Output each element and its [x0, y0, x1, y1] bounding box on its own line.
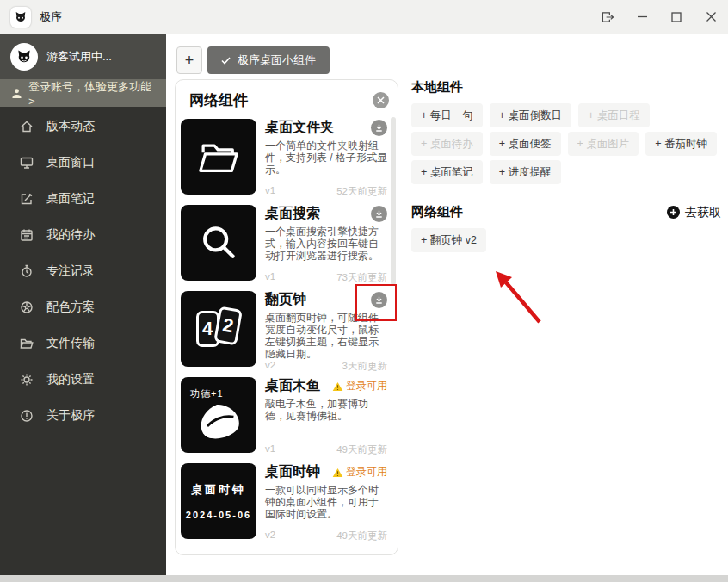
chip-desktop-sticky[interactable]: + 桌面便签	[490, 132, 561, 156]
app-window: 极序 游客试用中... 登录账	[0, 0, 728, 582]
folder-icon	[19, 337, 34, 350]
sidebar-item-about[interactable]: 关于极序	[0, 398, 166, 434]
clock-tile-icon: 桌面时钟 2024-05-06	[181, 463, 256, 539]
card-title: 桌面时钟	[265, 463, 320, 481]
sidebar-item-focus-records[interactable]: 专注记录	[0, 253, 166, 289]
user-name: 游客试用中...	[46, 49, 112, 65]
sidebar-item-color-scheme[interactable]: 配色方案	[0, 289, 166, 325]
panel-close-icon[interactable]	[373, 92, 389, 108]
chip-desktop-image[interactable]: + 桌面图片	[568, 132, 639, 156]
card-updated: 49天前更新	[336, 529, 387, 542]
download-button[interactable]	[371, 206, 387, 222]
warning-icon	[332, 467, 343, 478]
card-description: 敲电子木鱼，加赛博功德，见赛博佛祖。	[265, 398, 387, 422]
card-version: v1	[265, 443, 275, 456]
login-text: 登录账号，体验更多功能 >	[28, 79, 155, 108]
card-title: 桌面搜索	[265, 205, 320, 223]
card-updated: 52天前更新	[336, 185, 387, 198]
card-title: 桌面文件夹	[265, 119, 334, 137]
plus-circle-icon	[667, 206, 680, 219]
home-icon	[19, 120, 34, 133]
sidebar-item-desktop-window[interactable]: 桌面窗口	[0, 145, 166, 181]
card-description: 一款可以同时显示多个时钟的桌面小组件，可用于国际时间设置。	[265, 484, 387, 520]
merit-label: 功德+1	[190, 387, 224, 400]
download-button[interactable]	[371, 120, 387, 136]
sidebar-item-version-news[interactable]: 版本动态	[0, 108, 166, 145]
network-components-title: 网络组件	[411, 204, 463, 220]
card-description: 桌面翻页时钟，可随组件宽度自动变化尺寸，鼠标左键切换主题，右键显示隐藏日期。	[265, 312, 387, 360]
right-panel: 本地组件 + 每日一句 + 桌面倒数日 + 桌面日程 + 桌面待办 + 桌面便签…	[411, 79, 721, 252]
card-title: 桌面木鱼	[265, 377, 320, 395]
card-version: v1	[265, 185, 275, 198]
calendar-icon	[19, 228, 34, 242]
sidebar-item-my-todo[interactable]: 我的待办	[0, 217, 166, 253]
card-updated: 49天前更新	[336, 443, 387, 456]
window-title: 极序	[40, 9, 62, 25]
close-button[interactable]	[694, 0, 728, 34]
tabbar: + 极序桌面小组件	[166, 34, 728, 76]
clock-tile-date: 2024-05-06	[186, 510, 251, 520]
login-required-badge: 登录可用	[332, 379, 387, 393]
network-components-section: 网络组件 去获取 + 翻页钟 v2	[411, 204, 721, 252]
folder-tile-icon	[181, 119, 256, 195]
card-title: 翻页钟	[265, 291, 306, 309]
card-wooden-fish: 功德+1 桌面木鱼 登录可用 敲电子木鱼，加赛博功德，见赛博佛祖。	[181, 377, 387, 456]
card-version: v2	[265, 360, 275, 373]
card-updated: 3天前更新	[342, 360, 387, 373]
sidebar-nav: 版本动态 桌面窗口 桌面笔记 我的待办 专注记录 配色方案	[0, 107, 166, 434]
sidebar-item-file-transfer[interactable]: 文件传输	[0, 325, 166, 362]
card-desktop-clock: 桌面时钟 2024-05-06 桌面时钟 登录可用 一款可以同时显示多个	[181, 463, 387, 542]
gear-icon	[19, 373, 34, 387]
warning-icon	[332, 381, 343, 392]
sidebar-item-desktop-notes[interactable]: 桌面笔记	[0, 181, 166, 217]
window-bottom-edge	[0, 575, 728, 582]
main-area: + 极序桌面小组件 网络组件	[166, 34, 728, 575]
panel-scrollbar[interactable]	[391, 117, 396, 285]
chip-desktop-todo[interactable]: + 桌面待办	[411, 132, 483, 156]
card-desktop-search: 桌面搜索 一个桌面搜索引擎快捷方式，输入内容按回车键自动打开浏览器进行搜索。 v…	[181, 205, 387, 284]
get-more-label: 去获取	[685, 205, 721, 220]
maximize-button[interactable]	[659, 0, 694, 34]
login-banner[interactable]: 登录账号，体验更多功能 >	[0, 79, 166, 107]
sidebar-item-my-settings[interactable]: 我的设置	[0, 362, 166, 398]
card-flip-clock: 4 2 翻页钟 桌面翻页时钟，可随组件宽度自动变化尺寸，鼠标左键切换主题，右键显…	[181, 291, 387, 370]
app-logo-icon	[10, 7, 31, 28]
network-chips: + 翻页钟 v2	[411, 228, 721, 252]
chip-flip-clock-v2[interactable]: + 翻页钟 v2	[411, 228, 486, 252]
clock-tile-title: 桌面时钟	[186, 482, 251, 498]
local-chips: + 每日一句 + 桌面倒数日 + 桌面日程 + 桌面待办 + 桌面便签 + 桌面…	[411, 103, 721, 184]
stopwatch-icon	[19, 264, 34, 278]
monitor-icon	[19, 156, 34, 170]
network-components-panel: 网络组件 桌面文件夹	[175, 79, 398, 555]
chip-desktop-schedule[interactable]: + 桌面日程	[578, 103, 650, 127]
titlebar: 极序	[0, 0, 728, 34]
check-icon	[221, 57, 231, 65]
chip-progress-reminder[interactable]: + 进度提醒	[490, 160, 561, 184]
chip-countdown-day[interactable]: + 桌面倒数日	[490, 103, 571, 127]
get-more-button[interactable]: 去获取	[667, 205, 721, 220]
tab-label: 极序桌面小组件	[238, 53, 316, 68]
card-version: v1	[265, 271, 275, 284]
user-profile[interactable]: 游客试用中...	[0, 34, 166, 79]
tab-jixu-widgets[interactable]: 极序桌面小组件	[207, 46, 330, 74]
download-button[interactable]	[371, 292, 387, 308]
card-description: 一个桌面搜索引擎快捷方式，输入内容按回车键自动打开浏览器进行搜索。	[265, 226, 387, 262]
chip-daily-quote[interactable]: + 每日一句	[411, 103, 483, 127]
local-components-title: 本地组件	[411, 79, 463, 96]
popout-icon[interactable]	[590, 0, 625, 34]
panel-title: 网络组件	[189, 90, 248, 110]
search-tile-icon	[181, 205, 256, 281]
card-desktop-folder: 桌面文件夹 一个简单的文件夹映射组件，支持列表 / 格子形式显示。 v1 52天…	[181, 119, 387, 198]
info-icon	[19, 409, 34, 423]
minimize-button[interactable]	[625, 0, 659, 34]
chip-desktop-notes[interactable]: + 桌面笔记	[411, 160, 483, 184]
woodenfish-tile-icon: 功德+1	[181, 377, 256, 453]
person-icon	[11, 88, 22, 99]
add-tab-button[interactable]: +	[176, 46, 202, 74]
note-edit-icon	[19, 192, 34, 206]
local-components-section: 本地组件 + 每日一句 + 桌面倒数日 + 桌面日程 + 桌面待办 + 桌面便签…	[411, 79, 721, 184]
card-version: v2	[265, 529, 275, 542]
card-description: 一个简单的文件夹映射组件，支持列表 / 格子形式显示。	[265, 139, 387, 176]
chip-tomato-clock[interactable]: + 番茄时钟	[645, 132, 717, 156]
color-wheel-icon	[19, 300, 34, 314]
